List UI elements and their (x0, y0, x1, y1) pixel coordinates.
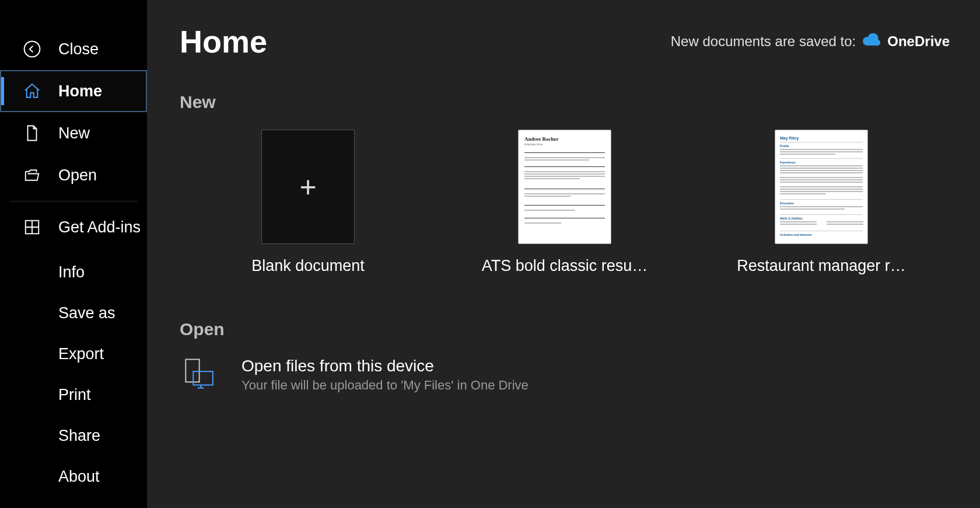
open-from-device-subtitle: Your file will be uploaded to 'My Files'… (242, 378, 528, 393)
this-device-icon (180, 357, 216, 392)
nav-open[interactable]: Open (0, 154, 147, 196)
nav-export[interactable]: Export (0, 333, 147, 374)
cloud-icon (863, 33, 880, 50)
svg-rect-2 (186, 359, 199, 382)
section-open-title: Open (180, 319, 950, 339)
grid-icon (22, 218, 42, 236)
template-restaurant-resume[interactable]: May Riley Profile Experience (693, 130, 950, 275)
nav-about[interactable]: About (0, 456, 147, 497)
nav-saveas[interactable]: Save as (0, 293, 147, 333)
nav-home[interactable]: Home (0, 70, 147, 112)
open-from-device-text: Open files from this device Your file wi… (242, 357, 528, 393)
nav-share[interactable]: Share (0, 415, 147, 456)
save-destination[interactable]: New documents are saved to: OneDrive (671, 33, 950, 50)
nav-home-label: Home (58, 82, 102, 100)
template-restaurant-thumb: May Riley Profile Experience (775, 130, 868, 244)
document-icon (22, 124, 42, 142)
template-blank[interactable]: + Blank document (180, 130, 436, 275)
nav-addins[interactable]: Get Add-ins (0, 206, 147, 248)
svg-rect-3 (193, 371, 213, 385)
template-restaurant-label: Restaurant manager r… (737, 257, 906, 275)
svg-point-0 (24, 41, 40, 57)
backstage-sidebar: Close Home New Open Get Add-ins (0, 0, 147, 508)
open-from-device[interactable]: Open files from this device Your file wi… (180, 357, 950, 393)
template-blank-label: Blank document (251, 257, 365, 275)
section-new-title: New (180, 92, 950, 112)
nav-new[interactable]: New (0, 112, 147, 154)
save-destination-label: New documents are saved to: (671, 33, 856, 50)
nav-open-label: Open (58, 166, 97, 185)
home-icon (22, 82, 42, 100)
arrow-left-circle-icon (22, 40, 42, 58)
template-blank-thumb: + (261, 130, 355, 244)
templates-row: + Blank document Andree Rocher POSITION … (180, 130, 950, 275)
plus-icon: + (299, 170, 316, 204)
nav-new-label: New (58, 124, 90, 142)
nav-addins-label: Get Add-ins (58, 218, 141, 236)
template-ats-label: ATS bold classic resu… (482, 257, 648, 275)
nav-print[interactable]: Print (0, 374, 147, 415)
nav-close[interactable]: Close (0, 28, 147, 70)
template-ats-resume[interactable]: Andree Rocher POSITION TITLE (436, 130, 693, 275)
template-ats-thumb: Andree Rocher POSITION TITLE (518, 130, 611, 244)
open-from-device-title: Open files from this device (242, 357, 528, 375)
nav-close-label: Close (58, 40, 99, 58)
nav-divider (9, 201, 138, 201)
page-title: Home (180, 23, 267, 60)
save-destination-target: OneDrive (887, 33, 950, 50)
main-panel: Home New documents are saved to: OneDriv… (147, 0, 980, 508)
nav-info[interactable]: Info (0, 252, 147, 293)
folder-open-icon (22, 166, 42, 184)
